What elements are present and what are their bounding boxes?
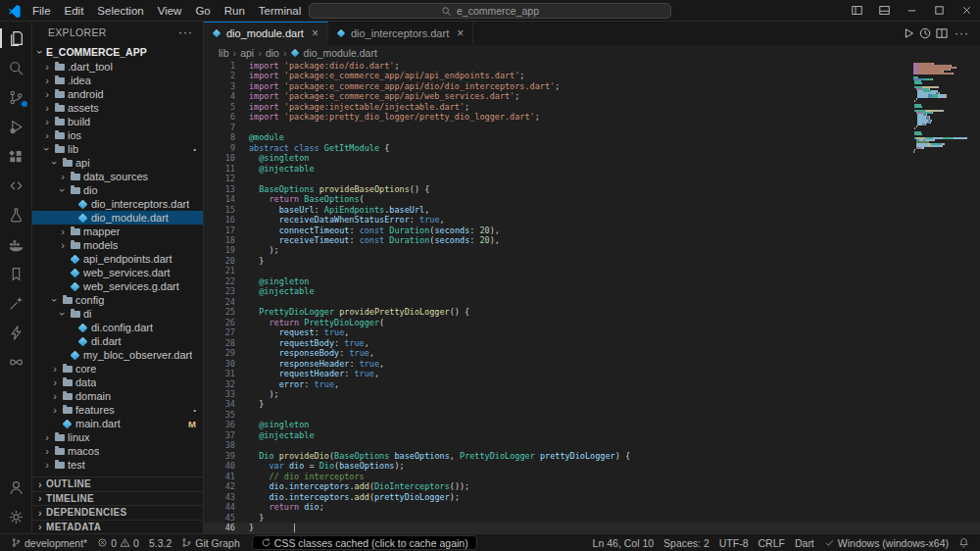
activity-settings[interactable] (0, 502, 32, 531)
status-notifications[interactable] (954, 534, 974, 551)
activity-source-control[interactable] (0, 82, 32, 112)
menu-terminal[interactable]: Terminal (252, 5, 308, 17)
code-line[interactable]: 45 } (204, 513, 980, 523)
code-line[interactable]: 24 (204, 297, 980, 307)
activity-bookmarks[interactable] (0, 259, 32, 288)
tab-dio-module-dart[interactable]: dio_module.dart× (204, 22, 328, 45)
code-line[interactable]: 2import 'package:e_commerce_app/api/api_… (204, 71, 980, 80)
menu-view[interactable]: View (151, 5, 189, 17)
tree-item-models[interactable]: ›models (32, 238, 203, 252)
breadcrumb-api[interactable]: api (240, 47, 254, 59)
run-file-button[interactable] (902, 26, 915, 40)
minimize-button[interactable] (898, 0, 925, 21)
menu-go[interactable]: Go (188, 5, 217, 17)
tree-item-build[interactable]: ›build (32, 115, 203, 128)
code-line[interactable]: 21 (204, 266, 980, 276)
tree-item-core[interactable]: ›core (32, 362, 203, 376)
status-encoding[interactable]: UTF-8 (714, 534, 754, 551)
tree-item-domain[interactable]: ›domain (32, 389, 203, 403)
code-line[interactable]: 38 (204, 440, 980, 450)
menu-selection[interactable]: Selection (90, 5, 150, 17)
tree-item-features[interactable]: ›features• (32, 403, 203, 417)
tree-item-ios[interactable]: ›ios (32, 128, 203, 142)
section-dependencies[interactable]: ›DEPENDENCIES (32, 505, 203, 520)
code-line[interactable]: 46} (204, 523, 980, 532)
code-line[interactable]: 4import 'package:e_commerce_app/api/web_… (204, 91, 980, 101)
explorer-more-actions-icon[interactable]: ··· (178, 25, 193, 39)
code-line[interactable]: 8@module (204, 132, 980, 142)
tree-item-macos[interactable]: ›macos (32, 444, 203, 458)
tree-item-my-bloc-observer-dart[interactable]: my_bloc_observer.dart (32, 348, 203, 362)
code-line[interactable]: 41 // dio interceptors (204, 472, 980, 481)
breadcrumb-dio[interactable]: dio (266, 47, 279, 59)
tree-item-idea[interactable]: ›.idea (32, 74, 203, 87)
tree-item-android[interactable]: ›android (32, 87, 203, 101)
status-indentation[interactable]: Spaces: 2 (659, 534, 714, 551)
status-language-mode[interactable]: Dart (790, 534, 819, 551)
tree-item-assets[interactable]: ›assets (32, 101, 203, 115)
code-line[interactable]: 30 responseHeader: true, (204, 359, 980, 369)
code-line[interactable]: 1import 'package:dio/dio.dart'; (204, 61, 980, 71)
code-editor[interactable]: 1import 'package:dio/dio.dart';2import '… (204, 61, 980, 533)
command-center-search[interactable]: e_commerce_app (309, 3, 671, 19)
open-timeline-button[interactable] (918, 26, 932, 40)
project-root-folder[interactable]: › E_COMMERCE_APP (32, 43, 203, 60)
code-line[interactable]: 29 responseBody: true, (204, 348, 980, 358)
tree-item-mapper[interactable]: ›mapper (32, 225, 203, 238)
code-line[interactable]: 27 request: true, (204, 327, 980, 337)
code-line[interactable]: 10 @singleton (204, 153, 980, 163)
tree-item-web-services-g-dart[interactable]: web_services.g.dart (32, 279, 203, 293)
code-line[interactable]: 11 @injectable (204, 164, 980, 174)
code-line[interactable]: 14 return BaseOptions( (204, 194, 980, 204)
activity-thunder-client[interactable] (0, 318, 32, 347)
code-line[interactable]: 23 @injectable (204, 286, 980, 296)
tree-item-api[interactable]: ›api (32, 156, 203, 170)
tab-dio-interceptors-dart[interactable]: dio_interceptors.dart× (328, 22, 473, 45)
tree-item-config[interactable]: ›config (32, 293, 203, 307)
code-line[interactable]: 32 error: true, (204, 379, 980, 389)
tree-item-data-sources[interactable]: ›data_sources (32, 170, 203, 183)
status-cursor-position[interactable]: Ln 46, Col 10 (588, 534, 659, 551)
code-line[interactable]: 43 dio.interceptors.add(prettyDioLogger)… (204, 492, 980, 502)
status-eol[interactable]: CRLF (754, 534, 790, 551)
tree-item-di-config-dart[interactable]: di.config.dart (32, 321, 203, 334)
code-line[interactable]: 19 ); (204, 245, 980, 255)
code-line[interactable]: 25 PrettyDioLogger providePrettyDioLogge… (204, 307, 980, 317)
menu-file[interactable]: File (25, 5, 58, 17)
tree-item-di[interactable]: ›di (32, 307, 203, 321)
tree-item-di-dart[interactable]: di.dart (32, 334, 203, 348)
maximize-button[interactable] (925, 0, 953, 21)
code-line[interactable]: 36 @singleton (204, 420, 980, 429)
breadcrumb-lib[interactable]: lib (219, 47, 229, 59)
code-line[interactable]: 22 @singleton (204, 276, 980, 286)
code-line[interactable]: 18 receiveTimeout: const Duration(second… (204, 235, 980, 245)
status-css-cache-toast[interactable]: CSS classes cached (click to cache again… (252, 535, 477, 550)
menu-run[interactable]: Run (218, 5, 252, 17)
status-device-selector[interactable]: Windows (windows-x64) (819, 534, 954, 551)
tree-item-data[interactable]: ›data (32, 376, 203, 389)
activity-remote-explorer[interactable] (0, 171, 32, 200)
close-icon[interactable]: × (457, 27, 464, 39)
tree-item-dio-module-dart[interactable]: dio_module.dart (32, 211, 203, 225)
minimap[interactable] (913, 63, 970, 153)
split-editor-button[interactable] (935, 26, 949, 40)
code-line[interactable]: 12 (204, 174, 980, 183)
tree-item-dio[interactable]: ›dio (32, 183, 203, 197)
section-metadata[interactable]: ›METADATA (32, 520, 203, 534)
layout-panel-button[interactable] (870, 0, 898, 21)
activity-extensions[interactable] (0, 141, 32, 171)
code-line[interactable]: 42 dio.interceptors.add(DioInterceptors(… (204, 481, 980, 491)
status-sdk-version[interactable]: 5.3.2 (144, 534, 176, 551)
activity-ci-pipelines[interactable] (0, 347, 32, 376)
code-line[interactable]: 37 @injectable (204, 430, 980, 440)
activity-testing[interactable] (0, 200, 32, 229)
tree-item-dio-interceptors-dart[interactable]: dio_interceptors.dart (32, 197, 203, 211)
code-line[interactable]: 15 baseUrl: ApiEndpoints.baseUrl, (204, 205, 980, 215)
code-line[interactable]: 5import 'package:injectable/injectable.d… (204, 102, 980, 112)
activity-explorer[interactable] (0, 24, 32, 53)
code-line[interactable]: 16 receiveDataWhenStatusError: true, (204, 215, 980, 225)
code-line[interactable]: 44 return dio; (204, 502, 980, 512)
close-button[interactable] (953, 0, 980, 21)
code-line[interactable]: 34 } (204, 399, 980, 409)
activity-accounts[interactable] (0, 473, 32, 502)
